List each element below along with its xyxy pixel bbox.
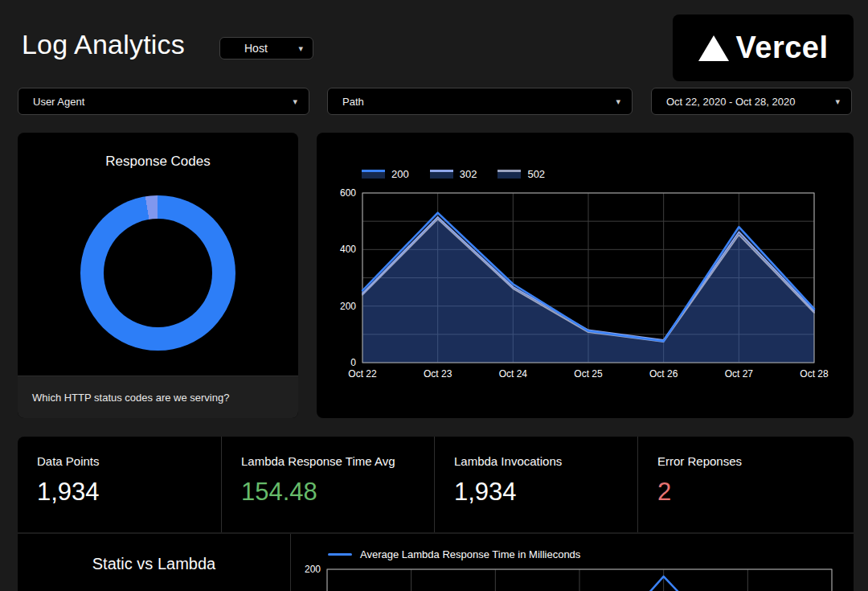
chevron-down-icon: ▾ xyxy=(293,97,297,106)
legend-item-200[interactable]: 200 xyxy=(362,168,409,180)
chevron-down-icon: ▾ xyxy=(835,97,840,106)
static-vs-lambda-title: Static vs Lambda xyxy=(92,555,215,573)
page-title: Log Analytics xyxy=(22,29,185,60)
stat-value: 1,934 xyxy=(454,478,637,507)
svg-text:Oct 27: Oct 27 xyxy=(725,368,754,380)
stat-label: Error Reponses xyxy=(657,454,854,468)
vercel-triangle-icon xyxy=(698,35,729,61)
response-codes-timeseries-card: 200 302 502 6004002000Oct 22Oct 23Oct 24… xyxy=(317,133,854,418)
static-vs-lambda-card: Static vs Lambda xyxy=(18,534,291,591)
stat-value: 154.48 xyxy=(241,478,434,507)
path-filter-label: Path xyxy=(342,96,364,108)
svg-text:Oct 25: Oct 25 xyxy=(574,368,603,380)
vercel-wordmark: Vercel xyxy=(736,31,829,65)
user-agent-filter-dropdown[interactable]: User Agent ▾ xyxy=(18,88,309,115)
vercel-logo: Vercel xyxy=(673,14,854,81)
stat-lambda-response-time-avg: Lambda Response Time Avg 154.48 xyxy=(221,437,434,532)
svg-text:600: 600 xyxy=(340,187,356,199)
svg-text:200: 200 xyxy=(305,564,321,575)
legend-swatch-502 xyxy=(497,170,521,179)
legend-swatch-200 xyxy=(362,170,385,179)
stat-value: 1,934 xyxy=(37,478,221,507)
svg-text:200: 200 xyxy=(340,301,356,312)
legend-label-200: 200 xyxy=(391,168,409,180)
response-codes-title: Response Codes xyxy=(18,154,298,170)
response-codes-caption: Which HTTP status codes are we serving? xyxy=(18,376,298,418)
donut-hole xyxy=(104,219,212,327)
stat-label: Lambda Invocations xyxy=(454,454,637,468)
stat-error-responses: Error Reponses 2 xyxy=(637,437,854,532)
date-range-dropdown[interactable]: Oct 22, 2020 - Oct 28, 2020 ▾ xyxy=(651,88,852,115)
legend-item-302[interactable]: 302 xyxy=(430,168,477,180)
chart-legend: 200 302 502 xyxy=(362,168,545,180)
stat-data-points: Data Points 1,934 xyxy=(18,437,221,532)
legend-label-302: 302 xyxy=(460,168,477,180)
legend-swatch-302 xyxy=(430,170,453,179)
svg-text:Oct 28: Oct 28 xyxy=(800,368,829,380)
stat-label: Data Points xyxy=(37,454,221,468)
chevron-down-icon: ▾ xyxy=(616,97,620,106)
chevron-down-icon: ▾ xyxy=(298,44,303,53)
svg-text:Oct 22: Oct 22 xyxy=(348,368,377,380)
stats-row: Data Points 1,934 Lambda Response Time A… xyxy=(18,437,854,532)
legend-label-502: 502 xyxy=(527,168,545,180)
svg-text:0: 0 xyxy=(350,357,356,368)
user-agent-filter-label: User Agent xyxy=(33,96,84,108)
lambda-response-time-card: Average Lambda Response Time in Millieco… xyxy=(291,534,854,591)
stat-lambda-invocations: Lambda Invocations 1,934 xyxy=(434,437,637,532)
stat-value: 2 xyxy=(657,478,854,507)
lambda-response-time-chart[interactable]: 200 xyxy=(291,534,854,591)
stat-label: Lambda Response Time Avg xyxy=(241,454,434,468)
host-dropdown[interactable]: Host ▾ xyxy=(219,37,313,60)
date-range-label: Oct 22, 2020 - Oct 28, 2020 xyxy=(666,96,795,108)
svg-text:400: 400 xyxy=(340,244,356,255)
bottom-row: Static vs Lambda Average Lambda Response… xyxy=(18,534,854,591)
path-filter-dropdown[interactable]: Path ▾ xyxy=(327,88,633,115)
svg-text:Oct 24: Oct 24 xyxy=(499,368,528,380)
response-codes-card: Response Codes Which HTTP status codes a… xyxy=(18,133,298,418)
svg-text:Oct 26: Oct 26 xyxy=(649,368,678,380)
host-dropdown-label: Host xyxy=(244,42,268,55)
svg-text:Oct 23: Oct 23 xyxy=(424,368,452,380)
legend-item-502[interactable]: 502 xyxy=(497,168,545,180)
caption-text: Which HTTP status codes are we serving? xyxy=(32,392,229,404)
